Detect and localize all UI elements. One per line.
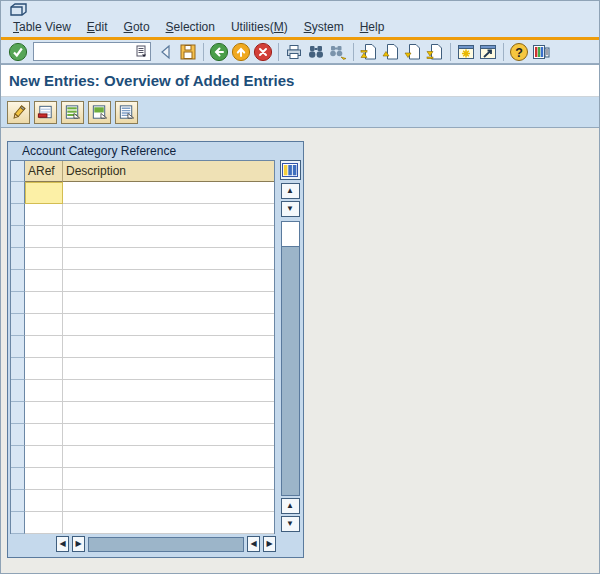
row-selector-cell[interactable] — [11, 402, 25, 424]
menu-help[interactable]: Help — [352, 18, 393, 36]
row-selector-cell[interactable] — [11, 512, 25, 534]
delete-row-button[interactable] — [34, 101, 57, 124]
window-burst-icon — [456, 42, 476, 62]
printer-icon — [284, 42, 304, 62]
scroll-right-button[interactable]: ▶ — [72, 536, 85, 552]
cell-aref[interactable] — [25, 402, 63, 424]
select-all-button[interactable] — [61, 101, 84, 124]
cell-description[interactable] — [63, 402, 274, 424]
cell-description[interactable] — [63, 490, 274, 512]
vertical-scroll-track[interactable] — [281, 221, 300, 496]
menu-edit[interactable]: Edit — [79, 18, 116, 36]
page-last-icon — [425, 42, 445, 62]
cell-description[interactable] — [63, 270, 274, 292]
cell-aref[interactable] — [25, 490, 63, 512]
last-page-button[interactable] — [424, 41, 446, 63]
cell-aref[interactable] — [25, 380, 63, 402]
help-button[interactable]: ? — [508, 41, 530, 63]
scroll-left-button-right[interactable]: ◀ — [247, 536, 260, 552]
row-selector-cell[interactable] — [11, 490, 25, 512]
create-shortcut-button[interactable] — [477, 41, 499, 63]
system-menu-icon[interactable] — [9, 3, 29, 17]
cell-description[interactable] — [63, 446, 274, 468]
scroll-up-button-bottom[interactable]: ▲ — [281, 498, 300, 514]
scroll-left-button[interactable]: ◀ — [56, 536, 69, 552]
cell-description[interactable] — [63, 512, 274, 534]
cell-description[interactable] — [63, 182, 274, 204]
cell-aref[interactable] — [25, 270, 63, 292]
cell-aref[interactable] — [25, 248, 63, 270]
find-button[interactable] — [305, 41, 327, 63]
cell-description[interactable] — [63, 358, 274, 380]
cell-description[interactable] — [63, 226, 274, 248]
horizontal-scroll-thumb[interactable] — [88, 537, 244, 552]
column-header-aref[interactable]: ARef — [25, 161, 63, 182]
previous-page-button[interactable] — [380, 41, 402, 63]
cell-description[interactable] — [63, 380, 274, 402]
exit-button[interactable] — [230, 41, 252, 63]
customize-layout-button[interactable] — [530, 41, 552, 63]
scroll-up-button[interactable]: ▲ — [281, 183, 300, 199]
cell-aref[interactable] — [25, 446, 63, 468]
layout-grid-icon — [531, 42, 551, 62]
select-all-corner-cell[interactable] — [11, 161, 25, 182]
menu-selection[interactable]: Selection — [158, 18, 223, 36]
cell-description[interactable] — [63, 468, 274, 490]
scroll-down-button[interactable]: ▼ — [281, 201, 300, 217]
find-next-button[interactable] — [327, 41, 349, 63]
cell-aref[interactable] — [25, 358, 63, 380]
column-header-description[interactable]: Description — [63, 161, 274, 182]
cell-aref[interactable] — [25, 314, 63, 336]
cell-aref[interactable] — [25, 204, 63, 226]
print-button[interactable] — [283, 41, 305, 63]
cell-description[interactable] — [63, 248, 274, 270]
cell-aref[interactable] — [25, 468, 63, 490]
row-selector-cell[interactable] — [11, 204, 25, 226]
cell-aref[interactable] — [25, 182, 63, 204]
menu-table-view[interactable]: Table View — [5, 18, 79, 36]
cell-description[interactable] — [63, 424, 274, 446]
cell-aref[interactable] — [25, 226, 63, 248]
row-selector-cell[interactable] — [11, 424, 25, 446]
scroll-down-button-bottom[interactable]: ▼ — [281, 516, 300, 532]
row-selector-cell[interactable] — [11, 446, 25, 468]
application-toolbar — [1, 97, 599, 128]
vertical-scroll-thumb[interactable] — [282, 246, 299, 495]
table-config-button[interactable] — [280, 160, 301, 180]
first-page-button[interactable] — [358, 41, 380, 63]
cell-description[interactable] — [63, 314, 274, 336]
cell-description[interactable] — [63, 336, 274, 358]
back-button[interactable] — [155, 41, 177, 63]
row-selector-cell[interactable] — [11, 358, 25, 380]
enter-button[interactable] — [7, 41, 29, 63]
cell-aref[interactable] — [25, 424, 63, 446]
back-nav-button[interactable] — [208, 41, 230, 63]
select-block-button[interactable] — [88, 101, 111, 124]
cancel-button[interactable] — [252, 41, 274, 63]
cell-description[interactable] — [63, 204, 274, 226]
cell-aref[interactable] — [25, 336, 63, 358]
new-session-button[interactable] — [455, 41, 477, 63]
change-button[interactable] — [7, 101, 30, 124]
cell-aref[interactable] — [25, 292, 63, 314]
row-selector-cell[interactable] — [11, 226, 25, 248]
menu-system[interactable]: System — [296, 18, 352, 36]
command-history-dropdown[interactable] — [136, 44, 149, 59]
save-button[interactable] — [177, 41, 199, 63]
row-selector-cell[interactable] — [11, 182, 25, 204]
deselect-all-button[interactable] — [115, 101, 138, 124]
row-selector-cell[interactable] — [11, 270, 25, 292]
cell-aref[interactable] — [25, 512, 63, 534]
row-selector-cell[interactable] — [11, 380, 25, 402]
row-selector-cell[interactable] — [11, 468, 25, 490]
menu-utilities[interactable]: Utilities(M) — [223, 18, 296, 36]
scroll-right-button-right[interactable]: ▶ — [263, 536, 276, 552]
command-field[interactable] — [33, 42, 151, 61]
row-selector-cell[interactable] — [11, 314, 25, 336]
cell-description[interactable] — [63, 292, 274, 314]
next-page-button[interactable] — [402, 41, 424, 63]
menu-goto[interactable]: Goto — [116, 18, 158, 36]
row-selector-cell[interactable] — [11, 248, 25, 270]
row-selector-cell[interactable] — [11, 336, 25, 358]
row-selector-cell[interactable] — [11, 292, 25, 314]
